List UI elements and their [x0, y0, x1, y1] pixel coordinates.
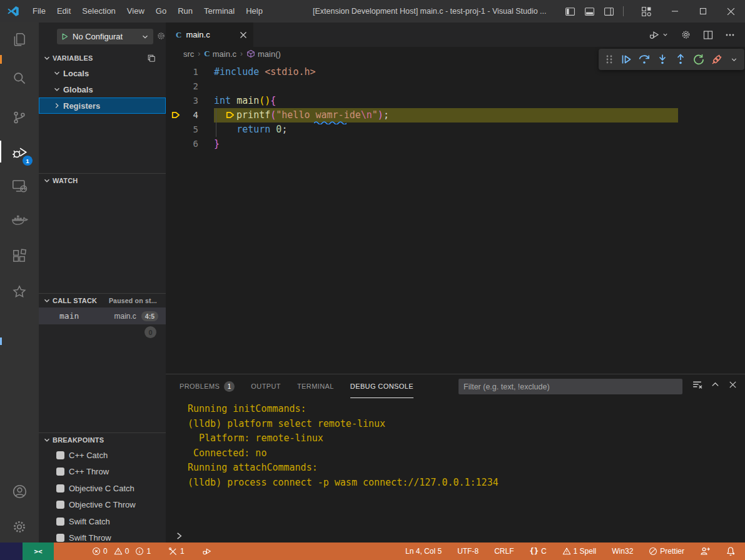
glyph-margin[interactable] — [166, 94, 183, 108]
menu-selection[interactable]: Selection — [76, 3, 121, 19]
menu-run[interactable]: Run — [172, 3, 198, 19]
run-and-debug-icon[interactable]: 1 — [0, 137, 39, 167]
star-icon[interactable] — [0, 277, 39, 307]
menu-help[interactable]: Help — [240, 3, 268, 19]
breakpoint-checkbox[interactable] — [56, 451, 64, 459]
variables-scope-registers[interactable]: Registers — [39, 98, 166, 114]
menu-file[interactable]: File — [27, 3, 51, 19]
glyph-margin[interactable] — [166, 122, 183, 137]
code-line-4[interactable]: 4 printf("hello wamr-ide\n"); — [166, 108, 745, 122]
code-line-3[interactable]: 3int main(){ — [166, 94, 745, 108]
disconnect-icon[interactable] — [711, 52, 723, 66]
panel-tab-debug-console[interactable]: DEBUG CONSOLE — [350, 374, 413, 398]
glyph-margin[interactable] — [166, 79, 183, 94]
breadcrumb-symbol[interactable]: main() — [258, 49, 281, 59]
toggle-panel-icon[interactable] — [584, 6, 595, 17]
console-prompt-icon[interactable] — [175, 531, 184, 541]
filter-input[interactable] — [459, 379, 682, 394]
breakpoint-checkbox[interactable] — [56, 518, 64, 526]
problems-status[interactable]: 0 0 1 — [90, 542, 153, 560]
chevron-down-icon[interactable] — [729, 52, 739, 66]
feedback-icon[interactable] — [698, 542, 712, 560]
breakpoint-checkbox[interactable] — [56, 501, 64, 509]
menu-view[interactable]: View — [121, 3, 150, 19]
notifications-bell-icon[interactable] — [724, 542, 737, 560]
step-into-icon[interactable] — [656, 52, 669, 66]
line-number[interactable]: 5 — [183, 122, 198, 137]
breakpoint-row[interactable]: Objective C Throw — [39, 497, 166, 514]
menu-terminal[interactable]: Terminal — [198, 3, 240, 19]
extensions-icon[interactable] — [0, 241, 39, 271]
continue-icon[interactable] — [620, 52, 632, 66]
watch-section-header[interactable]: WATCH — [39, 174, 166, 188]
variables-scope-globals[interactable]: Globals — [39, 81, 166, 98]
breadcrumb-src[interactable]: src — [183, 49, 194, 59]
toggle-sidebar-icon[interactable] — [565, 6, 575, 17]
status-c[interactable]: {}C — [527, 542, 548, 560]
remote-explorer-icon[interactable] — [0, 171, 39, 201]
breakpoints-section-header[interactable]: BREAKPOINTS — [39, 433, 166, 447]
breakpoint-current-glyph[interactable] — [166, 108, 183, 122]
run-or-debug-button[interactable] — [649, 29, 669, 41]
status-win32[interactable]: Win32 — [610, 542, 635, 560]
variables-scope-locals[interactable]: Locals — [39, 65, 166, 81]
stack-frame-row[interactable]: main main.c 4:5 — [39, 308, 166, 324]
code-editor[interactable]: 1#include <stdio.h>23int main(){4 printf… — [166, 61, 745, 374]
variables-section-header[interactable]: VARIABLES — [39, 51, 166, 65]
call-stack-section-header[interactable]: CALL STACK Paused on st... — [39, 294, 166, 308]
split-editor-icon[interactable] — [703, 30, 713, 40]
line-number[interactable]: 1 — [183, 65, 198, 79]
breakpoint-row[interactable]: C++ Throw — [39, 464, 166, 481]
glyph-margin[interactable] — [166, 65, 183, 79]
line-content[interactable]: return 0; — [214, 122, 287, 137]
line-content[interactable]: #include <stdio.h> — [214, 65, 316, 79]
search-icon[interactable] — [0, 63, 39, 93]
breakpoint-checkbox[interactable] — [56, 484, 64, 492]
panel-tab-problems[interactable]: PROBLEMS1 — [180, 374, 235, 398]
debug-status-icon[interactable] — [200, 542, 214, 560]
menu-edit[interactable]: Edit — [51, 3, 76, 19]
panel-tab-output[interactable]: OUTPUT — [251, 374, 281, 398]
explorer-icon[interactable] — [0, 24, 39, 54]
breakpoint-row[interactable]: Swift Catch — [39, 513, 166, 530]
status-prettier[interactable]: Prettier — [647, 542, 686, 560]
tools-status[interactable]: 1 — [166, 542, 186, 560]
remote-indicator[interactable]: >< — [23, 542, 54, 560]
status-ln-4-col-5[interactable]: Ln 4, Col 5 — [403, 542, 443, 560]
configure-gear-icon[interactable] — [156, 31, 166, 41]
tab-main-c[interactable]: C main.c — [166, 22, 253, 47]
debug-configuration-dropdown[interactable]: No Configurat — [57, 29, 153, 44]
more-actions-icon[interactable] — [725, 30, 735, 40]
code-line-6[interactable]: 6} — [166, 137, 745, 151]
editor-gear-icon[interactable] — [681, 29, 691, 40]
tab-close-icon[interactable] — [240, 31, 247, 39]
docker-icon[interactable] — [0, 205, 39, 235]
clear-console-icon[interactable] — [692, 379, 702, 390]
line-content[interactable]: int main(){ — [214, 94, 276, 108]
toggle-secondary-sidebar-icon[interactable] — [604, 6, 614, 17]
breakpoint-row[interactable]: Objective C Catch — [39, 480, 166, 497]
line-number[interactable]: 2 — [183, 79, 198, 94]
toolbar-drag-handle[interactable] — [604, 52, 614, 66]
source-control-icon[interactable] — [0, 102, 39, 132]
customize-layout-icon[interactable] — [641, 6, 652, 17]
line-content[interactable]: printf("hello wamr-ide\n"); — [214, 108, 678, 122]
panel-tab-terminal[interactable]: TERMINAL — [297, 374, 334, 398]
line-number[interactable]: 4 — [183, 108, 198, 122]
maximize-button[interactable] — [689, 0, 717, 22]
menu-go[interactable]: Go — [150, 3, 172, 19]
breakpoint-checkbox[interactable] — [56, 468, 64, 476]
breadcrumb-file[interactable]: main.c — [213, 49, 236, 59]
glyph-margin[interactable] — [166, 137, 183, 151]
close-window-button[interactable] — [717, 0, 745, 22]
line-number[interactable]: 3 — [183, 94, 198, 108]
step-out-icon[interactable] — [674, 52, 687, 66]
maximize-panel-icon[interactable] — [711, 380, 720, 389]
settings-gear-icon[interactable] — [0, 512, 39, 542]
code-line-2[interactable]: 2 — [166, 79, 745, 94]
status-utf-8[interactable]: UTF-8 — [455, 542, 480, 560]
breakpoint-row[interactable]: C++ Catch — [39, 447, 166, 464]
status-crlf[interactable]: CRLF — [492, 542, 515, 560]
breakpoint-checkbox[interactable] — [56, 534, 64, 542]
line-number[interactable]: 6 — [183, 137, 198, 151]
